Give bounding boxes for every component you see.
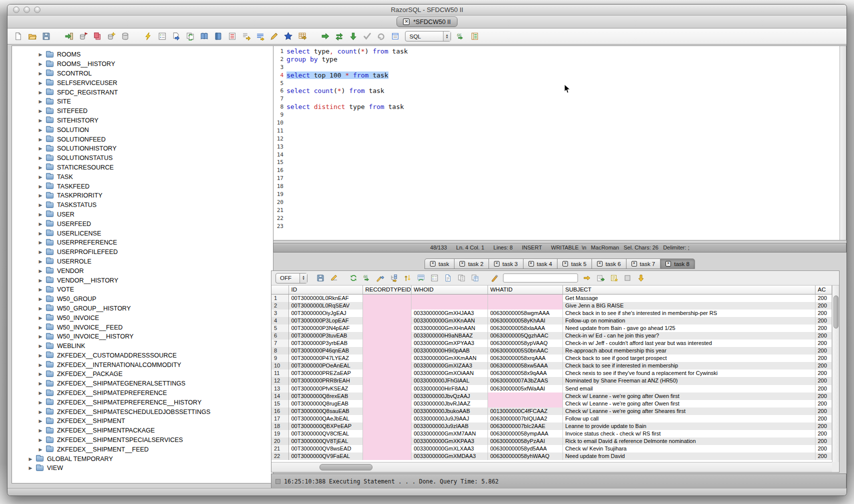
tree-item-w50-group[interactable]: ▶W50_GROUP <box>12 294 273 304</box>
cell-ac[interactable]: 200 <box>815 332 832 340</box>
cell-whatid[interactable]: 006300000058wgmAAA <box>488 310 562 317</box>
cell-whatid[interactable]: 006300000058x9qAAA <box>488 370 562 377</box>
tree-item-zkfedex-package[interactable]: ▶ZKFEDEX__PACKAGE <box>12 370 273 379</box>
cell-whoid[interactable] <box>411 302 488 310</box>
cell-id[interactable]: 00T3000000L0RknEAF <box>288 294 362 302</box>
table-row[interactable]: 100T3000000L0RknEAFGet Massage200 <box>272 294 832 302</box>
cell-recordtypeid[interactable] <box>362 422 411 430</box>
tree-item-selfserviceuser[interactable]: ▶SELFSERVICEUSER <box>12 78 273 88</box>
expand-arrow-icon[interactable]: ▶ <box>38 381 43 386</box>
tree-item-solutionstatus[interactable]: ▶SOLUTIONSTATUS <box>12 154 273 163</box>
close-result-tab-icon[interactable]: ✕ <box>528 261 534 266</box>
tree-item-rooms-history[interactable]: ▶ROOMS__HISTORY <box>12 60 273 69</box>
expand-arrow-icon[interactable]: ▶ <box>38 250 43 254</box>
expand-arrow-icon[interactable]: ▶ <box>38 372 43 376</box>
results-search-input[interactable] <box>503 274 578 282</box>
cell-subject[interactable]: Get Massage <box>562 294 815 302</box>
cell-id[interactable]: 00T3000000P47LYEAZ <box>288 354 362 362</box>
expand-arrow-icon[interactable]: ▶ <box>38 212 43 217</box>
cell-recordtypeid[interactable] <box>362 332 411 340</box>
cell-recordtypeid[interactable] <box>362 392 411 400</box>
expand-arrow-icon[interactable]: ▶ <box>38 306 43 311</box>
tree-item-solution[interactable]: ▶SOLUTION <box>12 125 273 134</box>
book-icon[interactable] <box>212 30 224 42</box>
expand-arrow-icon[interactable]: ▶ <box>38 137 43 142</box>
expand-arrow-icon[interactable]: ▶ <box>38 268 43 274</box>
cell-subject[interactable]: Leanne to provide update to Bain <box>562 422 815 430</box>
database-icon[interactable] <box>120 30 131 42</box>
table-row[interactable]: 1400T3000000Q8rexEAB0033000000JbvQzAAJCh… <box>272 392 832 400</box>
cell-subject[interactable]: Check back to see if good target prospec… <box>562 354 815 362</box>
editor-line[interactable]: select type, count(*) from task <box>286 48 840 56</box>
tree-item-w50-invoice-feed[interactable]: ▶W50_INVOICE__FEED <box>12 322 273 332</box>
cell-recordtypeid[interactable] <box>362 452 411 460</box>
tree-item-vendor-history[interactable]: ▶VENDOR__HISTORY <box>12 276 273 285</box>
results-horizontal-scrollbar[interactable] <box>272 462 832 472</box>
tree-item-taskstatus[interactable]: ▶TASKSTATUS <box>12 200 273 210</box>
cell-whoid[interactable]: 0033000000GmXM7AAN <box>411 430 488 438</box>
cell-subject[interactable]: Give Jenn a BIG RAISE <box>562 302 815 310</box>
table-row[interactable]: 300T3000000OiyJgEAJ0033000000GmXHJAA3006… <box>272 310 832 317</box>
editor-vertical-scrollbar[interactable] <box>840 46 846 240</box>
tree-item-site[interactable]: ▶SITE <box>12 97 273 106</box>
cell-id[interactable]: 00T3000000QV9FaEAL <box>288 452 362 460</box>
editor-line[interactable] <box>286 158 840 166</box>
cell-whoid[interactable]: 0033000000GmXIZAA3 <box>411 362 488 370</box>
cell-id[interactable]: 00T3000000QAeJbEAL <box>288 415 362 422</box>
cell-ac[interactable]: 200 <box>815 294 832 302</box>
refresh-pages-icon[interactable] <box>184 30 196 42</box>
editor-line[interactable] <box>286 206 840 214</box>
cell-whatid[interactable]: 006300000058xw5AAA <box>488 362 562 370</box>
cell-whoid[interactable]: 0033000000JbvRJAAZ <box>411 400 488 408</box>
cell-subject[interactable]: Check w/ Kevin Tsujihara <box>562 445 815 452</box>
describe-form-icon[interactable] <box>428 272 440 284</box>
cell-whatid[interactable]: 006300000058yKhAAI <box>488 317 562 324</box>
cell-subject[interactable]: Check w/ Leanne - we're going after Owen… <box>562 400 815 408</box>
cell-id[interactable]: 00T3000000P46qnEAB <box>288 347 362 354</box>
editor-line[interactable]: select distinct type from task <box>286 103 840 111</box>
cell-whatid[interactable]: 006300000058ypVAAQ <box>488 340 562 347</box>
close-result-tab-icon[interactable]: ✕ <box>494 261 500 266</box>
rollback-undo-icon[interactable] <box>376 30 387 42</box>
column-header-recordtypeid[interactable]: RECORDTYPEID <box>362 286 411 294</box>
tree-item-zkfedex-shipment[interactable]: ▶ZKFEDEX__SHIPMENT <box>12 416 273 426</box>
column-header-id[interactable]: ID <box>288 286 362 294</box>
expand-arrow-icon[interactable]: ▶ <box>38 99 43 104</box>
expand-arrow-icon[interactable]: ▶ <box>38 344 43 348</box>
editor-line[interactable] <box>286 127 840 135</box>
new-file-icon[interactable] <box>12 30 24 42</box>
result-tab-task[interactable]: ✕task <box>424 258 454 269</box>
column-header-whatid[interactable]: WHATID <box>488 286 562 294</box>
cell-whatid[interactable]: 006300000058yPzAAI <box>488 438 562 445</box>
edit-note-icon[interactable] <box>390 30 401 42</box>
table-row[interactable]: 900T3000000P47LYEAZ0033000000GmXKmAAN006… <box>272 354 832 362</box>
tree-item-zkfedex-internationalcommodity[interactable]: ▶ZKFEDEX__INTERNATIONALCOMMODITY <box>12 360 273 370</box>
add-note-icon[interactable] <box>608 272 620 284</box>
refresh-results-icon[interactable] <box>348 272 359 284</box>
table-row[interactable]: 1800T3000000QBXPeEAP0033000000Ju9zIAAB00… <box>272 422 832 430</box>
editor-line[interactable]: select top 100 * from task <box>286 72 840 80</box>
table-row[interactable]: 1900T3000000QV8CfEAL0033000000GmXM7AAN00… <box>272 430 832 438</box>
generate-lines-icon[interactable] <box>254 30 266 42</box>
cell-whatid[interactable]: 00630000005QgzhAAC <box>488 332 562 340</box>
copy-pages-icon[interactable] <box>456 272 467 284</box>
cell-whatid[interactable]: 00630000005S0bnAAC <box>488 347 562 354</box>
expand-arrow-icon[interactable]: ▶ <box>38 410 43 414</box>
table-row[interactable]: 2000T3000000QV8TjEAL0033000000GmXKPAA300… <box>272 438 832 445</box>
cell-id[interactable]: 00T3000000Q8rugEAB <box>288 400 362 408</box>
cell-whoid[interactable]: 0033000000H9i0pAAB <box>411 347 488 354</box>
tree-item-task[interactable]: ▶TASK <box>12 172 273 182</box>
table-row[interactable]: 2200T3000000QV9FaEAL0033000000GmXMDAA300… <box>272 452 832 460</box>
expand-arrow-icon[interactable]: ▶ <box>38 259 43 264</box>
cell-ac[interactable]: 200 <box>815 415 832 422</box>
expand-arrow-icon[interactable]: ▶ <box>38 362 43 368</box>
expand-arrow-icon[interactable]: ▶ <box>38 174 43 180</box>
cell-id[interactable]: 00T3000000QV8TjEAL <box>288 438 362 445</box>
zoom-window-button[interactable] <box>34 6 40 13</box>
cell-id[interactable]: 00T3000000Q8rexEAB <box>288 392 362 400</box>
export-page-icon[interactable] <box>170 30 182 42</box>
execute-lightning-icon[interactable] <box>142 30 154 42</box>
open-folder-icon[interactable] <box>26 30 38 42</box>
close-result-tab-icon[interactable]: ✕ <box>562 261 568 266</box>
editor-line[interactable] <box>286 151 840 159</box>
